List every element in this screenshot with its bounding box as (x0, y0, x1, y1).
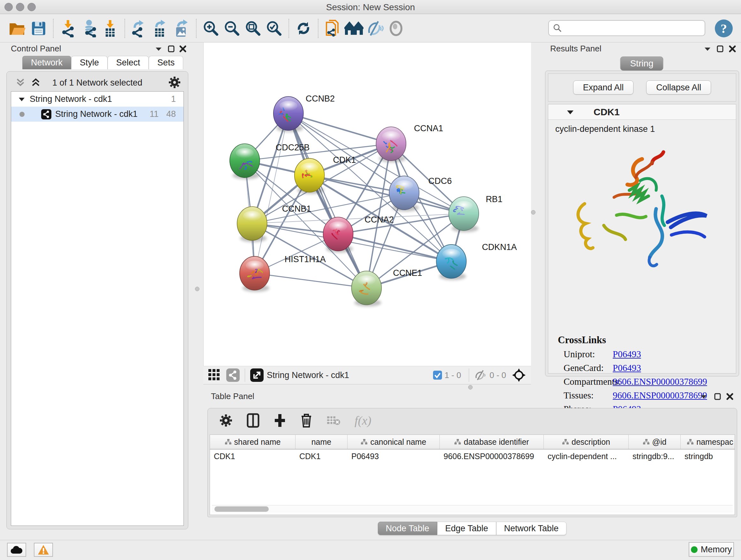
column-header-canonical-name[interactable]: canonical name (347, 435, 440, 449)
export-network-button[interactable] (129, 17, 150, 40)
right-splitter-grip[interactable] (531, 210, 536, 214)
open-session-button[interactable] (7, 17, 28, 40)
cytoscape-window: Session: New Session (0, 0, 741, 560)
search-input[interactable] (565, 23, 701, 34)
network-view-canvas[interactable]: CCNB2CCNA1CDC25BCDK1CDC6RB1CCNB1CCNA2CDK… (203, 43, 531, 366)
edge-count: 48 (166, 109, 176, 119)
birds-eye-grid-icon[interactable] (208, 369, 220, 381)
column-header-database-identifier[interactable]: database identifier (440, 435, 544, 449)
toolbar-separator (288, 19, 289, 38)
zoom-out-icon (223, 20, 241, 37)
export-image-button[interactable] (171, 17, 192, 40)
close-panel-icon[interactable] (728, 45, 737, 53)
tab-string[interactable]: String (620, 57, 663, 71)
tab-style[interactable]: Style (71, 56, 108, 69)
selected-checkbox-icon[interactable] (433, 371, 442, 380)
node-label-RB1: RB1 (486, 194, 502, 204)
results-panel: Results Panel String Expand All Collapse… (542, 43, 741, 390)
open-folder-icon (8, 20, 27, 37)
show-hide-graphics-button[interactable] (386, 17, 407, 40)
crosslink-value-link[interactable]: P06493 (613, 363, 641, 373)
column-namespace-icon (643, 439, 650, 445)
memory-status-dot (691, 546, 697, 553)
crosslink-value-link[interactable]: P06493 (613, 349, 641, 360)
zoom-selected-icon (266, 20, 283, 37)
table-gear-icon[interactable] (219, 414, 232, 427)
float-panel-icon[interactable] (714, 393, 722, 400)
tab-network[interactable]: Network (22, 56, 71, 69)
column-header-name[interactable]: name (295, 435, 347, 449)
tree-expander-icon[interactable] (18, 96, 25, 103)
node-label-CCNB1: CCNB1 (282, 204, 311, 213)
export-table-button[interactable] (150, 17, 171, 40)
left-splitter-grip[interactable] (195, 287, 199, 291)
fit-content-button[interactable] (243, 17, 264, 40)
zoom-in-button[interactable] (200, 17, 221, 40)
float-panel-icon[interactable] (716, 45, 724, 53)
network-collection-row[interactable]: String Network - cdk1 1 (11, 91, 184, 107)
float-panel-icon[interactable] (167, 45, 176, 53)
add-column-icon[interactable] (273, 414, 286, 428)
column-header-shared-name[interactable]: shared name (210, 435, 295, 449)
close-panel-icon[interactable] (726, 393, 734, 400)
tab-edge-table[interactable]: Edge Table (437, 522, 496, 535)
delete-column-icon[interactable] (300, 413, 313, 428)
network-node-CCNB2[interactable]: CCNB2 (273, 94, 335, 132)
show-columns-icon[interactable] (247, 413, 259, 428)
panel-menu-icon[interactable] (154, 45, 163, 53)
zoom-out-button[interactable] (221, 17, 243, 40)
memory-button[interactable]: Memory (689, 542, 734, 557)
import-table-from-file-button[interactable] (99, 17, 121, 40)
bottom-splitter-grip[interactable] (468, 385, 473, 389)
crosslink-value-link[interactable]: 9606.ENSP00000378699 (613, 376, 707, 387)
show-hide-gradients-button[interactable] (364, 17, 386, 40)
tab-node-table[interactable]: Node Table (378, 522, 437, 535)
network-node-CCNA1[interactable]: CCNA1 (376, 124, 443, 162)
network-node-CDK1[interactable]: CDK1 (294, 155, 356, 194)
scrollbar-thumb[interactable] (214, 506, 269, 512)
table-header-row: shared namename canonical name database … (210, 435, 735, 449)
function-builder-icon[interactable]: f(x) (354, 414, 372, 428)
cloud-status-button[interactable] (7, 543, 26, 557)
string-home-button[interactable] (343, 17, 364, 40)
main-toolbar: ? (0, 14, 741, 43)
gear-icon[interactable] (168, 76, 181, 89)
tab-network-table[interactable]: Network Table (496, 522, 567, 535)
network-row[interactable]: String Network - cdk1 11 48 (11, 107, 184, 122)
horizontal-scrollbar[interactable] (212, 505, 733, 513)
table-row[interactable]: CDK1CDK1P064939606.ENSP00000378699cyclin… (210, 449, 735, 463)
hidden-eye-icon (474, 370, 487, 381)
navigator-crosshair-icon[interactable] (512, 368, 526, 382)
collapse-entry-icon[interactable] (566, 109, 575, 116)
column-header-namespac[interactable]: namespac (681, 435, 735, 449)
column-header-description[interactable]: description (544, 435, 629, 449)
import-network-from-database-button[interactable] (78, 17, 99, 40)
close-panel-icon[interactable] (179, 45, 187, 53)
expand-collapse-bar: Expand All Collapse All (548, 73, 736, 102)
gene-header-row[interactable]: CDK1 (548, 105, 736, 120)
network-node-RB1[interactable]: RB1 (449, 194, 502, 232)
collapse-all-button[interactable]: Collapse All (646, 80, 711, 95)
import-string-network-button[interactable] (322, 17, 343, 40)
gray-eye-icon (388, 20, 404, 37)
save-session-button[interactable] (28, 17, 49, 40)
refresh-view-button[interactable] (293, 17, 314, 40)
import-network-icon (60, 19, 76, 37)
zoom-selected-button[interactable] (264, 17, 285, 40)
expand-all-button[interactable]: Expand All (573, 80, 634, 95)
panel-menu-icon[interactable] (699, 393, 708, 400)
column-header-@id[interactable]: @id (629, 435, 681, 449)
column-namespace-icon (562, 439, 569, 445)
help-button[interactable]: ? (715, 19, 733, 37)
tab-sets[interactable]: Sets (149, 56, 183, 69)
table-cell: CDK1 (210, 449, 295, 463)
warnings-button[interactable] (34, 543, 53, 557)
open-in-new-window-icon[interactable] (250, 368, 264, 382)
network-node-CCNE1[interactable]: CCNE1 (352, 268, 422, 307)
tab-select[interactable]: Select (108, 56, 149, 69)
import-network-from-file-button[interactable] (57, 17, 78, 40)
network-node-CDKN1A[interactable]: CDKN1A (436, 242, 517, 280)
panel-menu-icon[interactable] (703, 45, 712, 53)
network-badge-gray-icon[interactable] (226, 368, 240, 382)
delete-table-icon[interactable] (327, 415, 340, 426)
